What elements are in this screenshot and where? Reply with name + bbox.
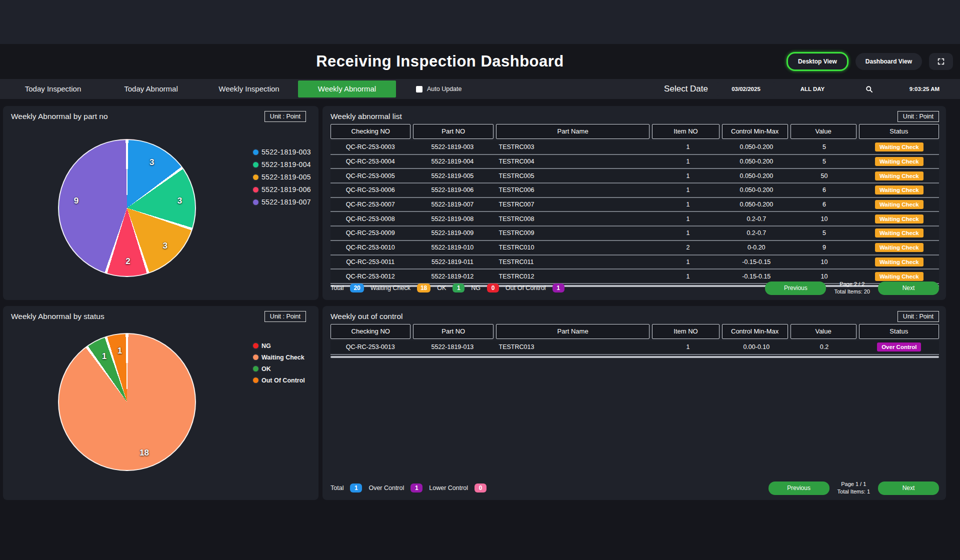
table-cell: 1 <box>654 230 721 236</box>
table-cell: 0.050-0.200 <box>724 172 790 180</box>
column-header-status: Status <box>859 124 939 139</box>
search-button[interactable] <box>850 82 888 96</box>
time-button[interactable]: 9:03:25 AM <box>895 82 954 96</box>
status-badge: Waiting Check <box>875 142 924 152</box>
column-header-value: Value <box>790 124 856 139</box>
auto-update-checkbox[interactable] <box>416 86 422 92</box>
column-header-part-no: Part NO <box>413 324 493 339</box>
table-cell: 5522-1819-006 <box>412 186 492 194</box>
stat-label: Total <box>330 484 344 492</box>
table-cell: TESTRC013 <box>495 344 652 350</box>
date-picker-button[interactable]: 03/02/2025 <box>716 82 776 96</box>
page-info: Page 2 / 2 Total Items: 20 <box>834 280 870 296</box>
table-row[interactable]: QC-RC-253-00095522-1819-009TESTRC00910.2… <box>330 226 939 241</box>
legend-item: 5522-1819-005 <box>252 173 311 181</box>
summary-stats: Total20Waiting Check18OK1NG0Out Of Contr… <box>330 284 564 292</box>
column-header-checking-no: Checking NO <box>330 124 410 139</box>
status-badge: Waiting Check <box>875 243 924 252</box>
status-badge: Waiting Check <box>875 228 924 238</box>
table-cell: 0.2 <box>792 344 857 350</box>
table-cell: Waiting Check <box>860 243 939 252</box>
table-row[interactable]: QC-RC-253-00055522-1819-005TESTRC00510.0… <box>330 169 939 184</box>
table-row[interactable]: QC-RC-253-00045522-1819-004TESTRC00410.0… <box>330 155 939 170</box>
title-bar: Receiving Inspection Dashboard Desktop V… <box>0 44 960 79</box>
tab-today-inspection[interactable]: Today Inspection <box>4 80 102 98</box>
legend-color-dot <box>252 186 260 194</box>
table-cell: 5522-1819-004 <box>412 158 492 165</box>
table-cell: TESTRC007 <box>495 201 652 208</box>
table-cell: 0.050-0.200 <box>724 201 790 208</box>
unit-badge: Unit : Point <box>264 111 306 122</box>
total-items: Total Items: 1 <box>838 488 870 496</box>
legend-item: 5522-1819-006 <box>252 186 311 194</box>
table-row[interactable]: QC-RC-253-00075522-1819-007TESTRC00710.0… <box>330 198 939 212</box>
table-body: QC-RC-253-00035522-1819-003TESTRC00310.0… <box>330 140 939 284</box>
table-cell: Waiting Check <box>860 258 939 266</box>
stat-label: OK <box>437 284 446 292</box>
abnormal-list-table: Checking NO Part NO Part Name Item NO Co… <box>330 124 939 287</box>
pie-slice-label: 9 <box>74 196 78 206</box>
table-row[interactable]: QC-RC-253-00105522-1819-010TESTRC01020-0… <box>330 241 939 256</box>
status-badge: Waiting Check <box>875 272 924 281</box>
table-cell: QC-RC-253-0011 <box>330 258 410 266</box>
column-header-part-name: Part Name <box>496 324 650 339</box>
stat-count-badge: 18 <box>417 284 430 292</box>
panel-weekly-abnormal-by-status: Weekly Abnormal by status Unit : Point 1… <box>3 306 318 500</box>
pie-slice-label: 1 <box>102 352 106 362</box>
next-button[interactable]: Next <box>878 282 939 295</box>
previous-button[interactable]: Previous <box>765 282 826 295</box>
status-badge: Waiting Check <box>875 214 924 224</box>
column-header-checking-no: Checking NO <box>330 324 410 339</box>
table-cell: -0.15-0.15 <box>724 273 790 280</box>
pie-slice-label: 2 <box>126 256 130 266</box>
stat-label: NG <box>471 284 480 292</box>
table-row[interactable]: QC-RC-253-00135522-1819-013TESTRC01310.0… <box>330 340 939 355</box>
table-cell: 5522-1819-007 <box>412 201 492 208</box>
tab-today-abnormal[interactable]: Today Abnormal <box>102 80 200 98</box>
table-row[interactable]: QC-RC-253-00085522-1819-008TESTRC00810.2… <box>330 212 939 226</box>
legend-item: 5522-1819-007 <box>252 198 311 206</box>
dashboard-view-button[interactable]: Dashboard View <box>856 53 922 70</box>
legend-item: OK <box>252 365 305 372</box>
table-cell: 5522-1819-009 <box>412 230 492 236</box>
table-cell: QC-RC-253-0013 <box>330 344 410 350</box>
table-cell: Waiting Check <box>860 200 939 209</box>
tab-weekly-abnormal[interactable]: Weekly Abnormal <box>298 80 396 98</box>
horizontal-scrollbar[interactable] <box>330 356 939 358</box>
status-pie-chart[interactable]: 1811 <box>58 333 196 471</box>
legend-label: NG <box>262 342 271 350</box>
legend-item: 5522-1819-003 <box>252 148 311 156</box>
day-filter-button[interactable]: ALL DAY <box>782 82 843 96</box>
table-header-row: Checking NO Part NO Part Name Item NO Co… <box>330 324 939 339</box>
select-date-label: Select Date <box>664 84 708 94</box>
table-cell: QC-RC-253-0008 <box>330 216 410 222</box>
part-no-pie-chart[interactable]: 33329 <box>58 139 196 277</box>
legend-item: Waiting Check <box>252 354 305 361</box>
next-button[interactable]: Next <box>878 482 939 495</box>
column-header-control-min-max: Control Min-Max <box>722 324 788 339</box>
table-cell: TESTRC006 <box>495 186 652 194</box>
page-title: Receiving Inspection Dashboard <box>0 44 920 79</box>
stat-count-badge: 1 <box>350 484 362 492</box>
table-cell: 6 <box>792 186 857 194</box>
auto-update-toggle[interactable]: Auto Update <box>416 86 462 92</box>
stat-label: Total <box>330 284 344 292</box>
status-badge: Waiting Check <box>875 200 924 209</box>
table-row[interactable]: QC-RC-253-00115522-1819-011TESTRC0111-0.… <box>330 256 939 270</box>
table-row[interactable]: QC-RC-253-00035522-1819-003TESTRC00310.0… <box>330 140 939 155</box>
table-cell: -0.15-0.15 <box>724 258 790 266</box>
pagination: Previous Page 1 / 1 Total Items: 1 Next <box>768 480 939 496</box>
table-cell: QC-RC-253-0006 <box>330 186 410 194</box>
table-cell: QC-RC-253-0003 <box>330 144 410 150</box>
previous-button[interactable]: Previous <box>768 482 830 495</box>
table-cell: 9 <box>792 244 857 251</box>
column-header-status: Status <box>859 324 939 339</box>
page-number: Page 1 / 1 <box>838 480 870 488</box>
table-row[interactable]: QC-RC-253-00065522-1819-006TESTRC00610.0… <box>330 184 939 198</box>
legend-item: 5522-1819-004 <box>252 160 311 168</box>
desktop-view-button[interactable]: Desktop View <box>786 52 848 71</box>
total-items: Total Items: 20 <box>834 288 870 296</box>
tab-weekly-inspection[interactable]: Weekly Inspection <box>200 80 298 98</box>
fullscreen-button[interactable] <box>929 53 953 70</box>
table-cell: Over Control <box>860 342 939 352</box>
